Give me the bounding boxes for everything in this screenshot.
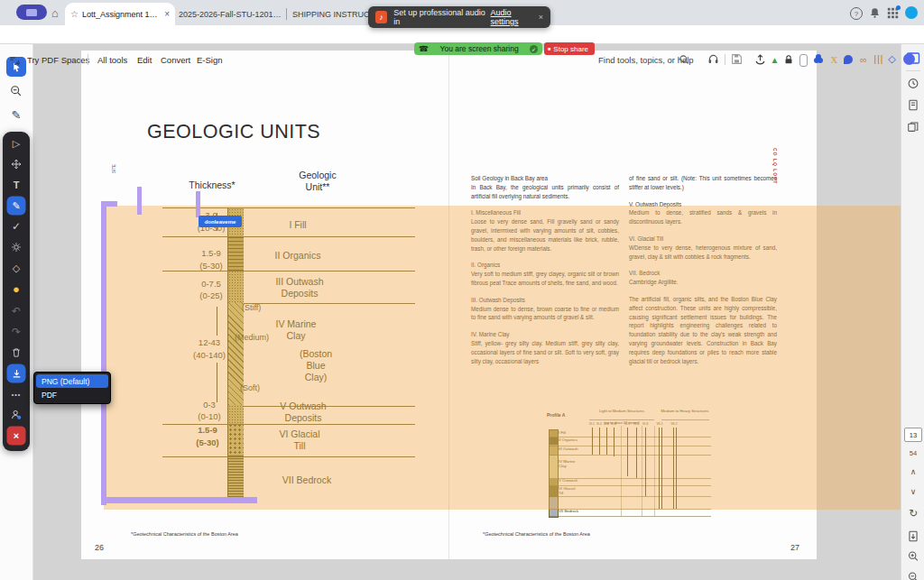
pile-line xyxy=(659,428,660,509)
figure-row-label: VII Bedrock xyxy=(559,510,578,514)
text-block-body: Loose to very dense sand, Fill gravelly … xyxy=(471,217,619,253)
text-block: Soil Geology in Back Bay area In Back Ba… xyxy=(471,174,619,200)
close-icon[interactable]: × xyxy=(539,13,543,22)
figure-right-bracket-label: Medium to Heavy Structures xyxy=(657,409,713,413)
help-icon[interactable]: ? xyxy=(850,7,863,20)
account-avatar[interactable] xyxy=(905,6,918,19)
slider-lines-icon[interactable]: ||| xyxy=(873,53,884,65)
figure-strat-column xyxy=(549,429,559,518)
stamp-tool-icon[interactable] xyxy=(11,242,22,253)
checkmark-tool-icon[interactable]: ✓ xyxy=(12,221,21,232)
pile-line xyxy=(661,428,662,509)
draw-tool-icon-selected[interactable]: ✎ xyxy=(7,197,26,216)
pen-icon: ✎ xyxy=(12,201,20,211)
browser-tab[interactable]: 2025-2026-Fall-STU-1201-73651... xyxy=(179,3,283,25)
thickness-range: (0-25) xyxy=(191,290,231,301)
participants-icon[interactable] xyxy=(11,410,23,421)
thickness-value: 1.5-9 xyxy=(191,248,231,259)
share-upload-icon[interactable] xyxy=(754,53,766,65)
previous-page-icon[interactable]: ∧ xyxy=(910,467,917,476)
bracket-line xyxy=(661,419,709,420)
save-icon[interactable] xyxy=(731,53,743,65)
mini-band xyxy=(550,497,558,517)
eraser-tool-icon[interactable]: ◇ xyxy=(13,263,20,273)
figure-row-label: II Organics xyxy=(559,438,578,443)
figure-row-label: I Fill xyxy=(559,431,566,436)
thickness-column-header: Thickness* xyxy=(180,180,244,190)
text-block-body: Very soft to medium stiff, grey clayey, … xyxy=(471,270,619,288)
pile-label: VII-2 xyxy=(669,422,679,426)
diamond-icon[interactable]: ◇ xyxy=(886,53,898,65)
rotate-page-icon[interactable]: ↻ xyxy=(909,507,918,520)
redo-icon[interactable]: ↷ xyxy=(12,327,21,337)
move-tool-icon[interactable] xyxy=(11,159,23,170)
clipboard-icon[interactable] xyxy=(799,54,808,67)
headphones-icon[interactable] xyxy=(707,53,719,65)
more-options-icon[interactable]: ••• xyxy=(12,391,21,398)
bell-icon[interactable] xyxy=(869,7,881,19)
menu-item-png[interactable]: PNG (Default) xyxy=(36,374,108,388)
export-page-icon[interactable] xyxy=(908,530,919,542)
home-icon[interactable]: ⌂ xyxy=(48,5,62,20)
lock-icon[interactable] xyxy=(783,54,794,65)
apps-grid-icon[interactable] xyxy=(887,7,899,19)
page-number-input[interactable]: 13 xyxy=(904,428,922,442)
thickness-value: 12-43 xyxy=(186,337,233,348)
laptop-icon xyxy=(26,9,37,16)
text-block-heading: I. Miscellaneous Fill xyxy=(471,208,619,217)
bookmarks-icon[interactable] xyxy=(908,99,919,111)
figure-row-label: IV Marine Clay xyxy=(559,460,575,468)
text-block-heading: III. Outwash Deposits xyxy=(471,296,619,305)
zoom-in-icon[interactable] xyxy=(908,550,919,562)
unit-boundary-line xyxy=(162,207,415,208)
section-divider xyxy=(642,426,642,516)
consistency-label: (Soft) xyxy=(240,383,260,392)
glasses-icon[interactable]: ∞ xyxy=(857,53,870,65)
mini-band xyxy=(550,437,558,445)
text-tool-icon[interactable]: T xyxy=(14,180,20,190)
unit-name: III Outwash Deposits xyxy=(263,276,336,299)
browser-tab-active[interactable]: ☆ Lott_Assignment 1_Re... × xyxy=(65,3,175,25)
trash-icon[interactable] xyxy=(11,347,22,358)
close-annotation-icon[interactable]: × xyxy=(7,427,26,446)
menu-all-tools[interactable]: All tools xyxy=(94,55,131,65)
green-hills-icon[interactable]: ▲ xyxy=(769,54,781,66)
profile-a-figure: Profile A Light to Medium Structures Med… xyxy=(540,408,716,523)
pdf-spaces-icon xyxy=(9,55,20,66)
orange-x-icon[interactable]: X xyxy=(828,53,840,65)
edit-pencil-tool[interactable]: ✎ xyxy=(8,106,24,123)
blue-cloud-icon[interactable] xyxy=(814,58,819,63)
bracket-line xyxy=(589,419,654,420)
star-icon: ☆ xyxy=(70,9,79,19)
undo-icon[interactable]: ↶ xyxy=(12,306,21,317)
stop-share-button[interactable]: ■ Stop share xyxy=(544,42,595,55)
thickness-value: 1.5-9 xyxy=(188,425,227,436)
color-swatch-icon[interactable]: ● xyxy=(13,283,20,295)
pile-line xyxy=(636,428,637,478)
pile-line xyxy=(645,428,646,496)
menu-convert[interactable]: Convert xyxy=(157,55,194,65)
zoom-comment-tool[interactable] xyxy=(10,85,23,97)
thickness-range: (5-30) xyxy=(191,261,231,272)
download-tool-icon-selected[interactable] xyxy=(7,364,26,383)
annotation-tick xyxy=(196,191,200,217)
browser-workspace-pill[interactable] xyxy=(16,5,47,20)
page-title: GEOLOGIC UNITS xyxy=(147,121,320,143)
toolbar-avatar[interactable] xyxy=(903,53,915,65)
pointer-tool-icon[interactable]: ▷ xyxy=(13,139,20,149)
menu-esign[interactable]: E-Sign xyxy=(193,55,226,65)
try-pdf-spaces-button[interactable]: Try PDF Spaces xyxy=(23,55,93,65)
audio-settings-link[interactable]: Audio settings xyxy=(491,8,539,26)
zoom-out-icon[interactable] xyxy=(908,571,919,580)
close-icon[interactable]: × xyxy=(164,9,170,19)
blue-comment-icon[interactable] xyxy=(844,55,853,64)
menu-edit[interactable]: Edit xyxy=(134,55,155,65)
figure-left-bracket-label: Light to Medium Structures xyxy=(589,409,654,413)
search-icon[interactable] xyxy=(679,54,689,65)
menu-item-pdf[interactable]: PDF xyxy=(36,388,108,401)
share-status-text: You are screen sharing xyxy=(429,44,530,53)
unit-boundary-line xyxy=(162,236,415,237)
next-page-icon[interactable]: ∨ xyxy=(910,487,917,496)
attachments-icon[interactable] xyxy=(908,121,919,133)
history-clock-icon[interactable] xyxy=(908,78,919,89)
